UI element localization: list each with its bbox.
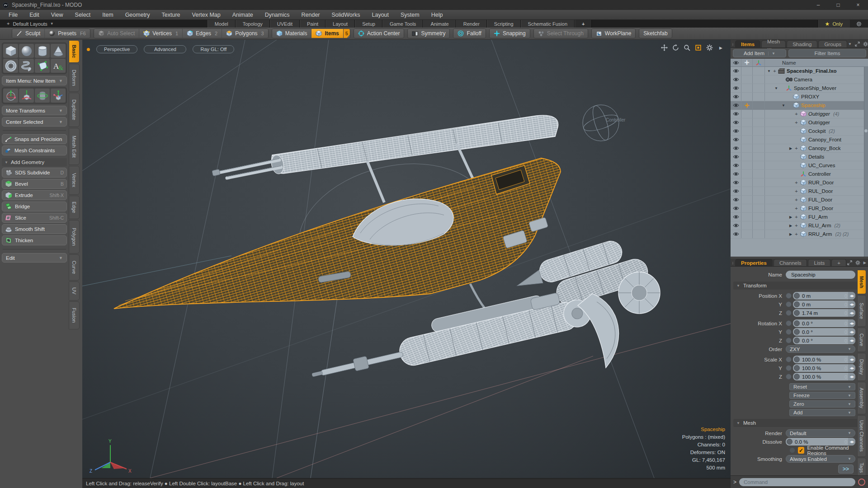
mini-slider-icon[interactable]: ◀▶ bbox=[848, 309, 855, 317]
menu-animate[interactable]: Animate bbox=[226, 10, 259, 19]
sidebar-tab-fusion[interactable]: Fusion bbox=[69, 301, 80, 329]
value-field[interactable]: 0 m0◀▶ bbox=[793, 292, 855, 300]
orbit-icon[interactable] bbox=[672, 44, 679, 51]
mini-slider-icon[interactable]: ◀▶ bbox=[848, 337, 855, 344]
expand-plus-icon[interactable]: + bbox=[794, 120, 798, 125]
layout-tab-scripting[interactable]: Scripting bbox=[487, 20, 521, 28]
prop-side-tab-mesh[interactable]: Mesh bbox=[857, 270, 866, 294]
tool-extrude-button[interactable]: ExtrudeShift-X bbox=[2, 190, 67, 200]
tool-slice-button[interactable]: SliceShift-C bbox=[2, 213, 67, 223]
layout-tab-topology[interactable]: Topology bbox=[236, 20, 270, 28]
items-tab-shading[interactable]: Shading bbox=[787, 40, 817, 47]
menu-dynamics[interactable]: Dynamics bbox=[259, 10, 296, 19]
sidebar-tab-mesh-edit[interactable]: Mesh Edit bbox=[69, 128, 80, 165]
menu-render[interactable]: Render bbox=[296, 10, 326, 19]
visibility-eye-icon[interactable] bbox=[731, 101, 741, 109]
layout-tab-render[interactable]: Render bbox=[456, 20, 487, 28]
prop-side-tab-assembly[interactable]: Assembly bbox=[857, 382, 866, 414]
sidebar-tab-duplicate[interactable]: Duplicate bbox=[69, 93, 80, 127]
toolbar-polygons-button[interactable]: Polygons3 bbox=[222, 29, 268, 38]
visibility-eye-icon[interactable] bbox=[731, 67, 741, 75]
menu-file[interactable]: File bbox=[3, 10, 24, 19]
visibility-eye-icon[interactable] bbox=[731, 110, 741, 118]
toolbar-select-through-button[interactable]: Select Through bbox=[534, 29, 588, 38]
toolbar-items-button[interactable]: Items bbox=[311, 29, 343, 38]
layout-tab-game-tools[interactable]: Game Tools bbox=[382, 20, 424, 28]
twist-open-icon[interactable]: ▼ bbox=[781, 103, 786, 108]
sidebar-tab-uv[interactable]: UV bbox=[69, 282, 80, 300]
tool-sds-subdivide-button[interactable]: SDS SubdivideD bbox=[2, 168, 67, 178]
center-selected-dropdown[interactable]: Center Selected▼ bbox=[2, 117, 67, 127]
viewport-gear-icon[interactable] bbox=[706, 44, 713, 51]
expand-plus-icon[interactable]: + bbox=[794, 223, 798, 228]
expand-plus-icon[interactable]: + bbox=[794, 111, 798, 117]
properties-tab-lists[interactable]: Lists bbox=[808, 259, 830, 266]
tree-row-fu-arm[interactable]: ▶+FU_Arm bbox=[731, 213, 868, 221]
tree-row-uc-curves[interactable]: UC_Curves bbox=[731, 161, 868, 170]
more-options-button[interactable]: >> bbox=[838, 465, 854, 474]
close-button[interactable]: × bbox=[848, 0, 868, 10]
layout-gear-icon[interactable] bbox=[850, 20, 868, 28]
tree-row-spaceship[interactable]: ✛▼Spaceship bbox=[731, 101, 868, 110]
dropdown-field[interactable]: Default▼ bbox=[786, 429, 855, 437]
visibility-eye-icon[interactable] bbox=[731, 221, 741, 230]
layout-tab-model[interactable]: Model bbox=[208, 20, 236, 28]
expand-plus-icon[interactable]: + bbox=[794, 206, 798, 211]
mini-slider-icon[interactable]: ◀▶ bbox=[848, 319, 855, 327]
visibility-eye-icon[interactable] bbox=[731, 144, 741, 152]
add-geometry-section[interactable]: ▼Add Geometry bbox=[2, 158, 67, 166]
axis-gizmo-button[interactable] bbox=[51, 89, 66, 103]
items-expand-icon[interactable] bbox=[855, 42, 860, 47]
polygon-primitive-button[interactable] bbox=[35, 59, 50, 73]
menu-layout[interactable]: Layout bbox=[366, 10, 395, 19]
dropdown-field[interactable]: ZXY▼ bbox=[786, 345, 855, 353]
items-tab-items[interactable]: Items bbox=[735, 40, 760, 47]
tool-thicken-button[interactable]: Thicken bbox=[2, 235, 67, 245]
item-menu-dropdown[interactable]: Item Menu: New Item▼ bbox=[2, 76, 67, 85]
layout-tab-schematic-fusion[interactable]: Schematic Fusion bbox=[521, 20, 575, 28]
value-field[interactable]: 100.0 %0◀▶ bbox=[793, 373, 855, 380]
items-tab-mesh-[interactable]: Mesh ... bbox=[761, 40, 786, 47]
visibility-eye-icon[interactable] bbox=[731, 196, 741, 204]
properties-tab-channels[interactable]: Channels bbox=[774, 259, 807, 266]
tree-row-details[interactable]: Details bbox=[731, 153, 868, 161]
expand-plus-icon[interactable]: + bbox=[794, 214, 798, 220]
visibility-eye-icon[interactable] bbox=[731, 230, 741, 238]
properties-expand-icon[interactable] bbox=[847, 260, 852, 265]
twist-closed-icon[interactable]: ▶ bbox=[788, 232, 793, 236]
toolbar-falloff-button[interactable]: Falloff bbox=[453, 29, 485, 38]
tree-row-canopy-front[interactable]: Canopy_Front bbox=[731, 136, 868, 144]
toolbar-symmetry-button[interactable]: Symmetry bbox=[408, 29, 449, 38]
value-field[interactable]: 100.0 %0◀▶ bbox=[793, 356, 855, 363]
command-input[interactable] bbox=[739, 478, 855, 486]
tree-row-controller[interactable]: Controller bbox=[731, 170, 868, 178]
expand-plus-icon[interactable]: + bbox=[794, 231, 798, 237]
torus-primitive-button[interactable] bbox=[3, 59, 18, 73]
items-tab-groups[interactable]: Groups bbox=[818, 40, 847, 47]
sidebar-tab-edge[interactable]: Edge bbox=[69, 196, 80, 219]
toolbar-vertices-button[interactable]: ">Vertices1 bbox=[139, 29, 183, 38]
twist-open-icon[interactable]: ▼ bbox=[774, 86, 778, 90]
tree-row-spaceship-final-lxo[interactable]: ▼+Spaceship_Final.lxo bbox=[731, 67, 868, 75]
cube-primitive-button[interactable] bbox=[3, 44, 18, 58]
viewport-3d[interactable]: Controller Y Z X PerspectiveAdvancedRay … bbox=[82, 40, 731, 478]
visibility-eye-icon[interactable] bbox=[731, 127, 741, 135]
value-field[interactable]: 0 m0◀▶ bbox=[793, 300, 855, 308]
sidebar-tab-deform[interactable]: Deform bbox=[69, 64, 80, 92]
value-field[interactable]: 0.0 %0◀▶ bbox=[786, 438, 855, 446]
tool-bevel-button[interactable]: BevelB bbox=[2, 179, 67, 189]
name-field[interactable]: Spaceship bbox=[786, 271, 855, 279]
prop-side-tab-surface[interactable]: Surface bbox=[857, 295, 866, 327]
toolbar-sketchfab-button[interactable]: Sketchfab bbox=[639, 29, 671, 38]
edit-dropdown[interactable]: Edit▼ bbox=[2, 253, 67, 263]
zero-dropdown[interactable]: Zero▼ bbox=[789, 400, 855, 408]
mini-slider-icon[interactable]: ◀▶ bbox=[848, 292, 855, 300]
tool-smooth-shift-button[interactable]: Smooth Shift bbox=[2, 224, 67, 234]
add-layout-tab-button[interactable]: + bbox=[575, 20, 592, 28]
tree-row-outrigger[interactable]: +Outrigger bbox=[731, 118, 868, 127]
visibility-eye-icon[interactable] bbox=[731, 213, 741, 221]
items-menu-arrow-icon[interactable]: ▼ bbox=[848, 42, 852, 46]
command-record-icon[interactable] bbox=[858, 479, 865, 486]
dropdown-field[interactable]: Always Enabled▼ bbox=[786, 455, 855, 463]
menu-view[interactable]: View bbox=[45, 10, 69, 19]
